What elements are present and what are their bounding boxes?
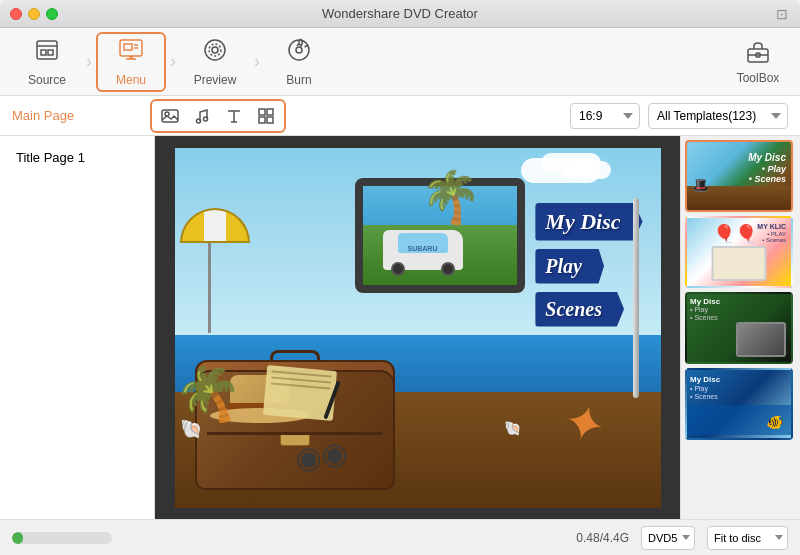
clouds [511, 153, 631, 193]
dvd-type-select[interactable]: DVD5 DVD9 [641, 526, 695, 550]
umbrella [180, 208, 240, 333]
svg-rect-2 [41, 50, 46, 55]
progress-bar-fill [12, 532, 23, 544]
menu-icon [118, 37, 144, 69]
arrow-1: › [86, 51, 92, 72]
palm-right: 🌴 [416, 165, 483, 228]
toolbar-source[interactable]: Source [12, 32, 82, 92]
svg-point-23 [197, 119, 201, 123]
svg-rect-3 [48, 50, 53, 55]
main-content: Title Page 1 [0, 136, 800, 519]
template-select[interactable]: All Templates(123) [648, 103, 788, 129]
toolbar-toolbox[interactable]: ToolBox [728, 32, 788, 92]
svg-point-13 [209, 44, 221, 56]
sign-play[interactable]: Play [535, 249, 642, 284]
progress-bar-container [12, 532, 112, 544]
add-grid-button[interactable] [252, 103, 280, 129]
toolbox-icon [745, 39, 771, 71]
add-text-button[interactable] [220, 103, 248, 129]
sign-board-scenes: Scenes [535, 292, 624, 327]
sidebar: Title Page 1 [0, 136, 155, 519]
sidebar-title: Main Page [12, 108, 142, 123]
fit-option-select[interactable]: Fit to disc Best quality No scaling [707, 526, 788, 550]
source-icon [34, 37, 60, 69]
sidebar-item-label: Title Page 1 [16, 150, 85, 165]
burn-icon [286, 37, 312, 69]
subaru-logo: SUBARU [408, 245, 438, 252]
svg-point-12 [212, 47, 218, 53]
source-label: Source [28, 73, 66, 87]
svg-rect-30 [259, 117, 265, 123]
map-lines [270, 370, 331, 389]
svg-rect-29 [267, 109, 273, 115]
umbrella-pole [208, 243, 211, 333]
sub-toolbar: Main Page [0, 96, 800, 136]
sidebar-item-title-page[interactable]: Title Page 1 [8, 144, 146, 171]
svg-rect-28 [259, 109, 265, 115]
traffic-lights [10, 8, 58, 20]
shell2: 🐚 [504, 420, 521, 436]
toolbar-preview[interactable]: Preview [180, 32, 250, 92]
toolbar-menu[interactable]: Menu [96, 32, 166, 92]
template-thumb-2[interactable]: 🎈🎈🎈 MY KLIC • PLAY • Scenes [685, 216, 793, 288]
toolbox-label: ToolBox [737, 71, 780, 85]
main-toolbar: Source › Menu › Preview › [0, 28, 800, 96]
window-title: Wondershare DVD Creator [322, 6, 478, 21]
svg-point-15 [296, 47, 302, 53]
menu-label: Menu [116, 73, 146, 87]
template-thumb-1[interactable]: 🎩 My Disc • Play • Scenes [685, 140, 793, 212]
title-bar: Wondershare DVD Creator ⊡ [0, 0, 800, 28]
car-wheel1 [391, 262, 405, 276]
arrow-2: › [170, 51, 176, 72]
sign-mydisc[interactable]: My Disc [535, 203, 642, 241]
preview-canvas: ✦ ◉◉ 🐚 🐚 SUBARU [175, 148, 661, 508]
signs-container: My Disc Play Scenes [535, 203, 642, 327]
sign-board-play: Play [535, 249, 604, 284]
sign-scenes[interactable]: Scenes [535, 292, 642, 327]
add-image-button[interactable] [156, 103, 184, 129]
window-icon: ⊡ [776, 6, 788, 22]
preview-label: Preview [194, 73, 237, 87]
svg-rect-31 [267, 117, 273, 123]
svg-rect-21 [162, 110, 178, 122]
svg-rect-5 [124, 44, 132, 50]
storage-text: 0.48/4.4G [576, 531, 629, 545]
preview-icon [202, 37, 228, 69]
svg-rect-0 [37, 41, 57, 59]
close-button[interactable] [10, 8, 22, 20]
car: SUBARU [383, 230, 463, 270]
right-panel: 🎩 My Disc • Play • Scenes 🎈🎈🎈 MY KLIC • … [680, 136, 800, 519]
minimize-button[interactable] [28, 8, 40, 20]
status-bar: 0.48/4.4G DVD5 DVD9 Fit to disc Best qua… [0, 519, 800, 555]
toolbar-burn[interactable]: Burn [264, 32, 334, 92]
sub-toolbar-icons [150, 99, 286, 133]
preview-area: ✦ ◉◉ 🐚 🐚 SUBARU [155, 136, 680, 519]
car-scene: SUBARU [363, 225, 517, 284]
suitcase-strips [207, 432, 383, 435]
svg-point-24 [204, 117, 208, 121]
arrow-3: › [254, 51, 260, 72]
maximize-button[interactable] [46, 8, 58, 20]
svg-point-11 [205, 40, 225, 60]
svg-line-17 [305, 45, 309, 47]
add-music-button[interactable] [188, 103, 216, 129]
umbrella-top [180, 208, 250, 243]
sign-pole [633, 198, 639, 398]
burn-label: Burn [286, 73, 311, 87]
car-wheel2 [441, 262, 455, 276]
template-thumb-3[interactable]: My Disc • Play • Scenes [685, 292, 793, 364]
sign-board-mydisc: My Disc [535, 203, 642, 241]
ratio-select[interactable]: 16:9 4:3 [570, 103, 640, 129]
menu-background: ✦ ◉◉ 🐚 🐚 SUBARU [175, 148, 661, 508]
template-thumb-4[interactable]: My Disc • Play • Scenes 🐠 [685, 368, 793, 440]
